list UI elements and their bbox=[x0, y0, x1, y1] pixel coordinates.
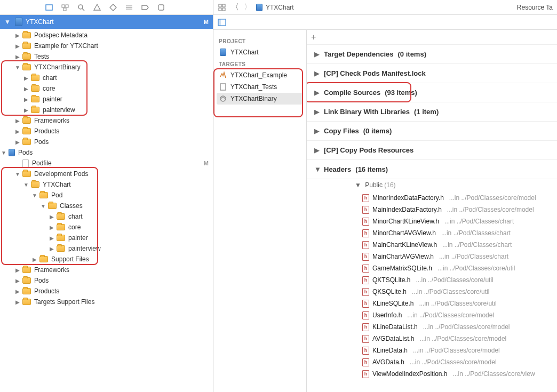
tree-row[interactable]: ▶core bbox=[0, 222, 213, 233]
issue-navigator-icon[interactable] bbox=[93, 3, 101, 12]
back-icon[interactable]: 〈 bbox=[230, 3, 239, 12]
disclosure-triangle-icon[interactable]: ▶ bbox=[49, 235, 54, 241]
tree-row[interactable]: ▼Development Pods bbox=[0, 169, 213, 179]
header-file-row[interactable]: hQKSQLite.h...in ../Pod/Classes/core/uti… bbox=[307, 286, 557, 298]
header-file-row[interactable]: hQKTSQLite.h...in ../Pod/Classes/core/ut… bbox=[307, 274, 557, 286]
tree-row[interactable]: ▶Products bbox=[0, 126, 213, 137]
disclosure-triangle-icon[interactable]: ▼ bbox=[15, 65, 20, 70]
header-file-row[interactable]: hGameMatrixSQLite.h...in ../Pod/Classes/… bbox=[307, 262, 557, 274]
disclosure-triangle-icon[interactable]: ▼ bbox=[41, 203, 46, 209]
disclosure-triangle-icon[interactable]: ▼ bbox=[1, 150, 6, 156]
tree-row[interactable]: ▼Pods bbox=[0, 147, 213, 158]
disclosure-triangle-icon[interactable]: ▶ bbox=[15, 139, 20, 145]
disclosure-triangle-icon[interactable]: ▶ bbox=[314, 127, 320, 135]
tree-row[interactable]: ▶Targets Support Files bbox=[0, 297, 213, 307]
build-phase-row[interactable]: ▶Compile Sources (93 items) bbox=[307, 83, 557, 102]
project-row[interactable]: YTXChart bbox=[217, 46, 303, 58]
build-phase-row[interactable]: ▼ Headers (16 items) bbox=[307, 160, 557, 179]
disclosure-triangle-icon[interactable]: ▶ bbox=[15, 299, 20, 305]
tree-row[interactable]: ▶Support Files bbox=[0, 254, 213, 265]
disclosure-triangle-icon[interactable]: ▼ bbox=[355, 181, 361, 189]
disclosure-triangle-icon[interactable]: ▼ bbox=[23, 182, 29, 188]
disclosure-triangle-icon[interactable]: ▶ bbox=[23, 97, 29, 102]
tree-row[interactable]: ▶painter bbox=[0, 94, 213, 105]
disclosure-triangle-icon[interactable]: ▶ bbox=[15, 289, 20, 294]
target-row[interactable]: YTXChart_Tests bbox=[217, 81, 303, 93]
tree-row[interactable]: ▶chart bbox=[0, 211, 213, 222]
header-file-row[interactable]: hMinorChartAVGView.h...in ../Pod/Classes… bbox=[307, 227, 557, 239]
report-navigator-icon[interactable] bbox=[157, 3, 165, 12]
project-root-row[interactable]: ▼ YTXChart M bbox=[0, 15, 213, 29]
tree-row[interactable]: ▼YTXChart bbox=[0, 179, 213, 190]
disclosure-triangle-icon[interactable]: ▶ bbox=[49, 246, 54, 252]
tree-row[interactable]: ▶Podspec Metadata bbox=[0, 30, 213, 41]
header-file-row[interactable]: hViewModelIndexPosition.h...in ../Pod/Cl… bbox=[307, 368, 557, 380]
tree-row[interactable]: ▶painter bbox=[0, 233, 213, 243]
tree-row[interactable]: ▶Pods bbox=[0, 275, 213, 286]
header-file-row[interactable]: hUserInfo.h...in ../Pod/Classes/core/mod… bbox=[307, 309, 557, 321]
disclosure-triangle-icon[interactable]: ▶ bbox=[15, 33, 20, 38]
tree-row[interactable]: ▶painterview bbox=[0, 105, 213, 115]
tree-row[interactable]: ▼YTXChartBinary bbox=[0, 62, 213, 73]
header-file-row[interactable]: hKLineDataList.h...in ../Pod/Classes/cor… bbox=[307, 321, 557, 333]
tree-row[interactable]: PodfileM bbox=[0, 158, 213, 169]
panel-toggle-icon[interactable] bbox=[218, 18, 226, 27]
disclosure-triangle-icon[interactable]: ▶ bbox=[23, 107, 29, 113]
tree-row[interactable]: ▶painterview bbox=[0, 243, 213, 254]
disclosure-triangle-icon[interactable]: ▶ bbox=[23, 86, 29, 92]
headers-group-row[interactable]: ▼ Public (16) bbox=[307, 179, 557, 192]
disclosure-triangle-icon[interactable]: ▶ bbox=[314, 69, 320, 77]
disclosure-triangle-icon[interactable]: ▶ bbox=[15, 129, 20, 134]
header-file-row[interactable]: hAVGDataList.h...in ../Pod/Classes/core/… bbox=[307, 333, 557, 345]
disclosure-triangle-icon[interactable]: ▶ bbox=[314, 108, 320, 116]
disclosure-triangle-icon[interactable]: ▶ bbox=[15, 278, 20, 284]
tree-row[interactable]: ▶chart bbox=[0, 73, 213, 83]
tree-row[interactable]: ▶Products bbox=[0, 286, 213, 297]
build-phase-row[interactable]: ▶Target Dependencies (0 items) bbox=[307, 45, 557, 64]
target-row[interactable]: YTXChartBinary bbox=[217, 93, 303, 105]
disclosure-triangle-icon[interactable]: ▼ bbox=[4, 18, 11, 26]
header-file-row[interactable]: hKLineData.h...in ../Pod/Classes/core/mo… bbox=[307, 345, 557, 356]
tree-row[interactable]: ▶Frameworks bbox=[0, 265, 213, 275]
test-navigator-icon[interactable] bbox=[109, 3, 117, 12]
header-file-row[interactable]: hMainChartKLineView.h...in ../Pod/Classe… bbox=[307, 239, 557, 251]
disclosure-triangle-icon[interactable]: ▶ bbox=[15, 118, 20, 124]
build-phase-row[interactable]: ▶[CP] Check Pods Manifest.lock bbox=[307, 64, 557, 83]
disclosure-triangle-icon[interactable]: ▼ bbox=[32, 193, 37, 198]
project-navigator-icon[interactable] bbox=[45, 3, 53, 12]
target-row[interactable]: YTXChart_Example bbox=[217, 69, 303, 81]
header-file-row[interactable]: hMainIndexDataFactory.h...in ../Pod/Clas… bbox=[307, 204, 557, 215]
build-phase-row[interactable]: ▶[CP] Copy Pods Resources bbox=[307, 141, 557, 160]
add-phase-icon[interactable]: + bbox=[311, 33, 316, 42]
header-file-row[interactable]: hMainChartAVGView.h...in ../Pod/Classes/… bbox=[307, 251, 557, 262]
disclosure-triangle-icon[interactable]: ▶ bbox=[15, 54, 20, 60]
disclosure-triangle-icon[interactable]: ▶ bbox=[314, 89, 320, 97]
breadcrumb[interactable]: YTXChart bbox=[256, 4, 294, 11]
tree-row[interactable]: ▶Pods bbox=[0, 137, 213, 147]
disclosure-triangle-icon[interactable]: ▶ bbox=[49, 225, 54, 230]
forward-icon[interactable]: 〉 bbox=[243, 3, 252, 12]
header-file-row[interactable]: hMinorChartKLineView.h...in ../Pod/Class… bbox=[307, 215, 557, 227]
build-phase-row[interactable]: ▶Copy Files (0 items) bbox=[307, 122, 557, 141]
header-file-row[interactable]: hAVGData.h...in ../Pod/Classes/core/mode… bbox=[307, 356, 557, 368]
disclosure-triangle-icon[interactable]: ▶ bbox=[23, 75, 29, 81]
tree-row[interactable]: ▶Tests bbox=[0, 51, 213, 62]
related-items-icon[interactable] bbox=[218, 3, 226, 12]
debug-navigator-icon[interactable] bbox=[125, 3, 133, 12]
breakpoint-navigator-icon[interactable] bbox=[141, 3, 149, 12]
disclosure-triangle-icon[interactable]: ▼ bbox=[15, 171, 20, 177]
tree-row[interactable]: ▶Example for YTXChart bbox=[0, 41, 213, 51]
disclosure-triangle-icon[interactable]: ▶ bbox=[49, 214, 54, 220]
header-file-row[interactable]: hMinorIndexDataFactory.h...in ../Pod/Cla… bbox=[307, 192, 557, 204]
tree-row[interactable]: ▼Pod bbox=[0, 190, 213, 201]
symbol-navigator-icon[interactable] bbox=[61, 3, 69, 12]
search-navigator-icon[interactable] bbox=[77, 3, 85, 12]
disclosure-triangle-icon[interactable]: ▶ bbox=[32, 257, 37, 262]
tree-row[interactable]: ▶Frameworks bbox=[0, 115, 213, 126]
tree-row[interactable]: ▶core bbox=[0, 83, 213, 94]
disclosure-triangle-icon[interactable]: ▶ bbox=[314, 146, 320, 154]
disclosure-triangle-icon[interactable]: ▼ bbox=[314, 165, 320, 173]
disclosure-triangle-icon[interactable]: ▶ bbox=[15, 267, 20, 273]
tree-row[interactable]: ▼Classes bbox=[0, 201, 213, 211]
build-phase-row[interactable]: ▶Link Binary With Libraries (1 item) bbox=[307, 102, 557, 122]
